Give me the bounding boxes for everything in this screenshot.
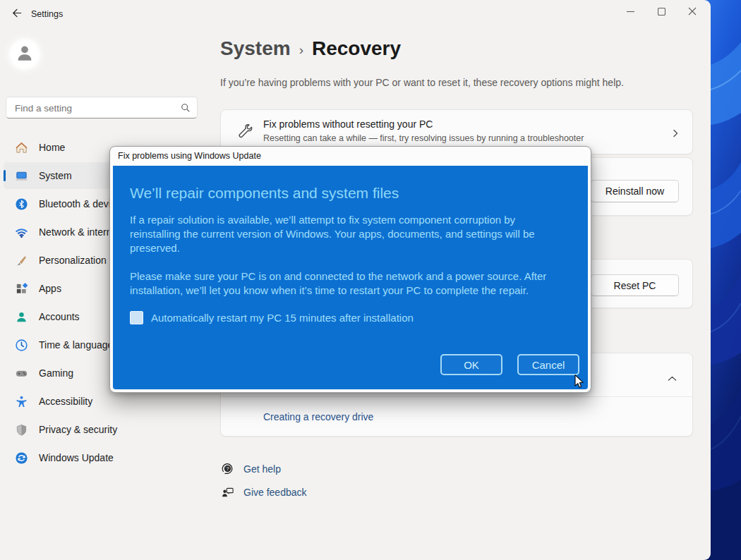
svg-text:?: ? [226, 465, 229, 472]
help-icon: ? [221, 462, 234, 478]
reset-pc-button[interactable]: Reset PC [591, 274, 679, 296]
network-icon [14, 225, 28, 239]
sidebar-item-privacy[interactable]: Privacy & security [4, 416, 203, 443]
expander-content: Creating a recovery drive [221, 396, 692, 437]
dialog-paragraph-1: If a repair solution is available, we’ll… [130, 213, 552, 255]
breadcrumb-separator: › [299, 42, 303, 58]
sidebar-item-label: Privacy & security [39, 424, 117, 435]
close-icon [688, 6, 697, 18]
recovery-drive-link[interactable]: Creating a recovery drive [263, 411, 373, 422]
search-icon [181, 103, 191, 116]
dialog-body: We’ll repair components and system files… [113, 166, 588, 389]
minimize-icon [627, 6, 634, 18]
accessibility-icon [14, 394, 28, 408]
chevron-up-icon [668, 371, 677, 384]
page-title: Recovery [312, 37, 401, 60]
search-box[interactable] [6, 97, 198, 118]
screen: Settings Home System Bluetooth & devices… [0, 0, 741, 560]
minimize-button[interactable] [615, 1, 646, 23]
give-feedback-link[interactable]: Give feedback [243, 487, 307, 498]
ok-button[interactable]: OK [440, 354, 502, 375]
sidebar-item-label: Time & language [39, 339, 113, 351]
wrench-icon [236, 122, 255, 143]
page-description: If you’re having problems with your PC o… [220, 77, 624, 88]
maximize-icon [658, 6, 665, 18]
time-language-icon [14, 338, 28, 352]
sidebar-item-label: Gaming [39, 367, 73, 379]
chevron-right-icon [671, 128, 680, 140]
dialog-heading: We’ll repair components and system files [130, 185, 399, 202]
sidebar-item-windows-update[interactable]: Windows Update [4, 444, 203, 471]
bluetooth-icon [14, 197, 28, 211]
back-icon [11, 8, 22, 21]
get-help-link[interactable]: Get help [243, 463, 281, 475]
reinstall-now-button[interactable]: Reinstall now [591, 180, 679, 202]
auto-restart-checkbox[interactable] [130, 311, 143, 324]
apps-icon [14, 281, 28, 296]
system-icon [14, 169, 28, 183]
back-button[interactable] [6, 5, 27, 23]
dialog-paragraph-2: Please make sure your PC is on and conne… [130, 269, 563, 298]
breadcrumb-parent[interactable]: System [220, 37, 291, 60]
windows-update-repair-dialog: Fix problems using Windows Update We’ll … [109, 146, 591, 393]
cancel-button[interactable]: Cancel [517, 354, 579, 375]
mouse-cursor-icon [572, 374, 586, 393]
sidebar-item-label: Accounts [39, 311, 80, 322]
fix-problems-subtitle: Resetting can take a while — first, try … [263, 133, 584, 143]
sidebar-item-label: Accessibility [39, 396, 92, 407]
sidebar-item-label: Home [39, 142, 65, 153]
sidebar-item-label: Network & internet [39, 226, 120, 238]
home-icon [14, 140, 28, 154]
person-icon [14, 42, 35, 66]
windows-update-icon [14, 451, 28, 465]
search-input[interactable] [13, 98, 179, 118]
personalization-icon [14, 253, 28, 267]
breadcrumb: System › Recovery [220, 37, 401, 60]
maximize-button[interactable] [646, 1, 677, 23]
sidebar-item-label: Windows Update [39, 452, 114, 463]
close-button[interactable] [677, 1, 708, 23]
accounts-icon [14, 310, 28, 324]
sidebar-item-label: Personalization [39, 255, 107, 266]
feedback-icon [221, 485, 234, 501]
sidebar-item-label: Apps [39, 283, 61, 294]
gaming-icon [14, 366, 28, 380]
auto-restart-checkbox-label: Automatically restart my PC 15 minutes a… [151, 312, 414, 324]
dialog-title: Fix problems using Windows Update [110, 147, 591, 166]
sidebar-item-label: System [39, 170, 72, 181]
window-title: Settings [31, 9, 63, 19]
avatar [8, 38, 41, 71]
fix-problems-title: Fix problems without resetting your PC [263, 118, 433, 130]
privacy-icon [14, 422, 28, 437]
